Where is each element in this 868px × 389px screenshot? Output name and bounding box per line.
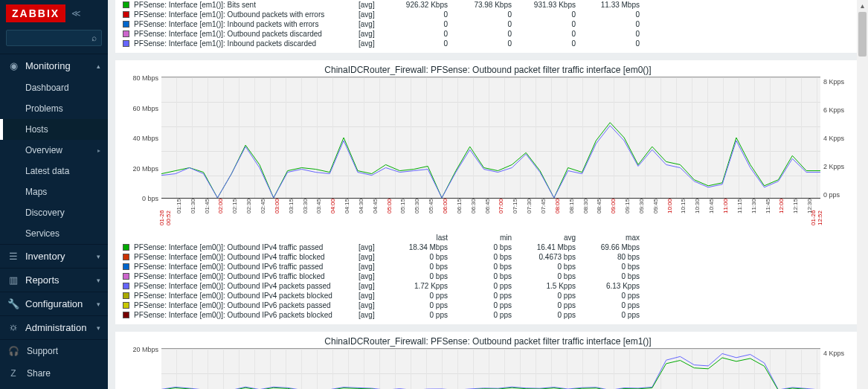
nav-share[interactable]: ZShare	[0, 362, 108, 385]
scroll-up-icon[interactable]: ▴	[857, 0, 868, 11]
y-axis-right: 4 Kpps3 Kpps	[820, 348, 856, 389]
legend-row: PFSense: Interface [em0()]: Outbound IPv…	[123, 310, 640, 320]
legend-row: PFSense: Interface [em1()]: Outbound pac…	[123, 10, 640, 19]
nav-reports[interactable]: ▥Reports▾	[0, 269, 108, 292]
legend-row: PFSense: Interface [em0()]: Outbound IPv…	[123, 300, 640, 310]
chart-icon: ▥	[7, 274, 19, 286]
nav-label: Monitoring	[25, 60, 71, 71]
sidebar-item-maps[interactable]: Maps	[0, 181, 108, 202]
search-icon[interactable]: ⌕	[91, 33, 97, 43]
chart-panel-em1: ChinaIDCRouter_Firewall: PFSense: Outbou…	[115, 332, 861, 389]
legend-row: PFSense: Interface [em1()]: Bits sent[av…	[123, 0, 640, 10]
legend-row: PFSense: Interface [em0()]: Outbound IPv…	[123, 252, 640, 262]
sidebar-item-services[interactable]: Services	[0, 223, 108, 244]
legend-row: PFSense: Interface [em0()]: Outbound IPv…	[123, 271, 640, 281]
nav-administration[interactable]: ⛭Administration▾	[0, 316, 108, 339]
nav-label: Share	[27, 368, 51, 379]
chevron-down-icon: ▾	[97, 253, 100, 260]
main-content: PFSense: Interface [em1()]: Bits sent[av…	[108, 0, 868, 389]
logo[interactable]: ZABBIX	[6, 4, 65, 22]
chart-title: ChinaIDCRouter_Firewall: PFSense: Outbou…	[115, 60, 861, 77]
eye-icon: ◉	[7, 60, 19, 71]
nav-configuration[interactable]: 🔧Configuration▾	[0, 292, 108, 315]
chart-title: ChinaIDCRouter_Firewall: PFSense: Outbou…	[115, 332, 861, 348]
x-axis: 01-26 00:5201:1501:3001:4502:0002:1502:3…	[161, 199, 820, 225]
chevron-up-icon: ▴	[97, 62, 100, 70]
sidebar-item-hosts[interactable]: Hosts	[0, 119, 108, 140]
nav-monitoring[interactable]: ◉ Monitoring ▴	[0, 54, 108, 77]
nav-inventory[interactable]: ☰Inventory▾	[0, 245, 108, 268]
chevron-right-icon: ▸	[97, 147, 100, 154]
wrench-icon: 🔧	[7, 298, 19, 309]
nav-label: Configuration	[25, 298, 83, 309]
sidebar: ZABBIX ≪ ⌕ ◉ Monitoring ▴ DashboardProbl…	[0, 0, 108, 389]
chart-plot[interactable]	[161, 348, 820, 389]
collapse-sidebar-icon[interactable]: ≪	[71, 8, 81, 19]
chart-panel-em0: ChinaIDCRouter_Firewall: PFSense: Outbou…	[115, 60, 861, 324]
search-field[interactable]	[11, 33, 91, 43]
legend-row: PFSense: Interface [em1()]: Inbound pack…	[123, 19, 640, 29]
chart-legend-panel: PFSense: Interface [em1()]: Bits sent[av…	[115, 0, 861, 53]
nav-support[interactable]: 🎧Support	[0, 340, 108, 362]
sidebar-item-discovery[interactable]: Discovery	[0, 202, 108, 223]
sidebar-item-latest[interactable]: Latest data	[0, 161, 108, 181]
y-axis-left: 20 Mbps15 Mbps	[120, 348, 161, 389]
nav-monitoring-sub: DashboardProblemsHostsOverview▸Latest da…	[0, 77, 108, 244]
nav-help[interactable]: ?Help	[0, 385, 108, 389]
nav-label: Reports	[25, 274, 60, 286]
sidebar-item-problems[interactable]: Problems	[0, 98, 108, 119]
support-icon: 🎧	[7, 346, 19, 356]
chevron-down-icon: ▾	[97, 300, 100, 308]
legend-row: PFSense: Interface [em0()]: Outbound IPv…	[123, 262, 640, 271]
scrollbar-thumb[interactable]	[858, 12, 867, 57]
legend-row: PFSense: Interface [em0()]: Outbound IPv…	[123, 281, 640, 291]
chevron-down-icon: ▾	[97, 277, 100, 284]
chevron-down-icon: ▾	[97, 324, 100, 332]
gear-icon: ⛭	[7, 322, 19, 333]
list-icon: ☰	[7, 251, 19, 262]
nav-label: Inventory	[25, 251, 65, 262]
vertical-scrollbar[interactable]: ▴	[857, 0, 868, 389]
y-axis-left: 80 Mbps60 Mbps40 Mbps20 Mbps0 bps	[120, 77, 161, 199]
share-icon: Z	[7, 368, 19, 379]
y-axis-right: 8 Kpps6 Kpps4 Kpps2 Kpps0 pps	[820, 77, 856, 199]
search-input[interactable]: ⌕	[6, 30, 102, 46]
sidebar-item-overview[interactable]: Overview▸	[0, 140, 108, 161]
sidebar-item-dashboard[interactable]: Dashboard	[0, 77, 108, 98]
nav-label: Administration	[25, 322, 86, 333]
legend-row: PFSense: Interface [em0()]: Outbound IPv…	[123, 242, 640, 252]
legend-row: PFSense: Interface [em0()]: Outbound IPv…	[123, 291, 640, 300]
chart-plot[interactable]: 01-26 00:5201:1501:3001:4502:0002:1502:3…	[161, 77, 820, 225]
legend-row: PFSense: Interface [em1()]: Inbound pack…	[123, 39, 640, 48]
legend-row: PFSense: Interface [em1()]: Outbound pac…	[123, 29, 640, 39]
nav-label: Support	[27, 346, 58, 356]
